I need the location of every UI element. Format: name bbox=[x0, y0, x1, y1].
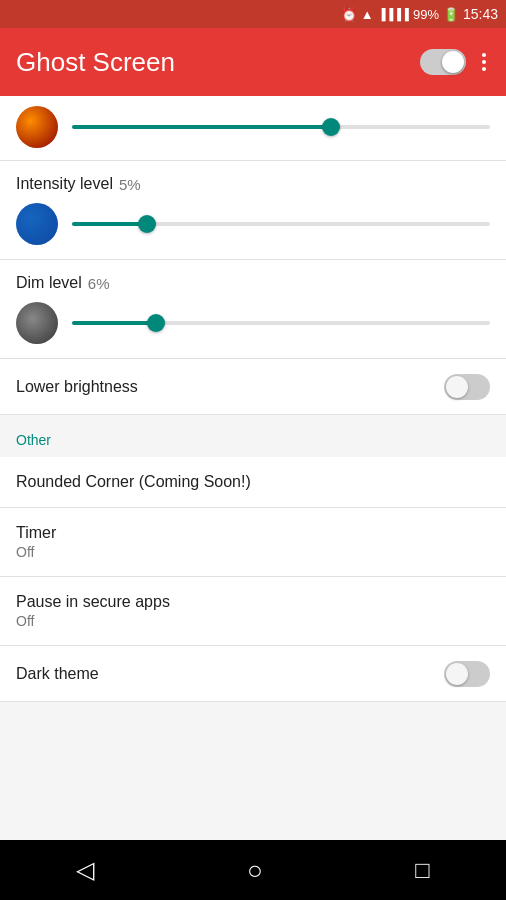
intensity-fill bbox=[72, 222, 147, 226]
dark-theme-row: Dark theme bbox=[0, 646, 506, 702]
pause-secure-item[interactable]: Pause in secure apps Off bbox=[0, 577, 506, 646]
other-header-text: Other bbox=[16, 432, 51, 448]
recent-button[interactable]: □ bbox=[407, 848, 438, 892]
main-toggle-knob bbox=[442, 51, 464, 73]
intensity-avatar bbox=[16, 203, 58, 245]
dark-theme-knob bbox=[446, 663, 468, 685]
pause-secure-subtitle: Off bbox=[16, 613, 490, 629]
dim-thumb[interactable] bbox=[147, 314, 165, 332]
timer-subtitle: Off bbox=[16, 544, 490, 560]
dim-label-row: Dim level 6% bbox=[16, 274, 490, 292]
dim-track-wrap bbox=[72, 321, 490, 325]
status-time: 15:43 bbox=[463, 6, 498, 22]
lower-brightness-label: Lower brightness bbox=[16, 378, 138, 396]
dim-avatar bbox=[16, 302, 58, 344]
dim-value: 6% bbox=[88, 275, 110, 292]
rounded-corner-item[interactable]: Rounded Corner (Coming Soon!) bbox=[0, 457, 506, 508]
bottom-nav: ◁ ○ □ bbox=[0, 840, 506, 900]
more-dot-2 bbox=[482, 60, 486, 64]
back-button[interactable]: ◁ bbox=[68, 848, 102, 892]
intensity-value: 5% bbox=[119, 176, 141, 193]
lower-brightness-toggle[interactable] bbox=[444, 374, 490, 400]
dark-theme-toggle[interactable] bbox=[444, 661, 490, 687]
recent-icon: □ bbox=[415, 856, 430, 884]
more-options-button[interactable] bbox=[478, 49, 490, 75]
dim-fill bbox=[72, 321, 156, 325]
intensity-track bbox=[72, 222, 490, 226]
alarm-icon: ⏰ bbox=[341, 7, 357, 22]
pause-secure-title: Pause in secure apps bbox=[16, 593, 490, 611]
status-bar: ⏰ ▲ ▐▐▐▐ 99% 🔋 15:43 bbox=[0, 0, 506, 28]
intensity-track-wrap bbox=[72, 222, 490, 226]
timer-item[interactable]: Timer Off bbox=[0, 508, 506, 577]
intensity-label: Intensity level bbox=[16, 175, 113, 193]
dim-section: Dim level 6% bbox=[0, 260, 506, 359]
dim-slider-row bbox=[16, 302, 490, 344]
home-button[interactable]: ○ bbox=[239, 847, 271, 894]
lower-brightness-knob bbox=[446, 376, 468, 398]
other-section-header: Other bbox=[0, 415, 506, 457]
battery-label: 99% bbox=[413, 7, 439, 22]
intensity-section: Intensity level 5% bbox=[0, 161, 506, 260]
intensity-label-row: Intensity level 5% bbox=[16, 175, 490, 193]
app-bar-actions bbox=[420, 49, 490, 75]
top-slider-section bbox=[0, 96, 506, 161]
timer-title: Timer bbox=[16, 524, 490, 542]
top-slider-thumb[interactable] bbox=[322, 118, 340, 136]
back-icon: ◁ bbox=[76, 856, 94, 884]
wifi-icon: ▲ bbox=[361, 7, 374, 22]
dim-label: Dim level bbox=[16, 274, 82, 292]
top-slider-avatar bbox=[16, 106, 58, 148]
content-area: Intensity level 5% Dim level 6% bbox=[0, 96, 506, 702]
top-slider-track-wrap bbox=[72, 125, 490, 129]
dark-theme-label: Dark theme bbox=[16, 665, 99, 683]
intensity-thumb[interactable] bbox=[138, 215, 156, 233]
battery-icon: 🔋 bbox=[443, 7, 459, 22]
top-slider-track bbox=[72, 125, 490, 129]
top-slider-fill bbox=[72, 125, 331, 129]
rounded-corner-title: Rounded Corner (Coming Soon!) bbox=[16, 473, 490, 491]
status-icons: ⏰ ▲ ▐▐▐▐ 99% 🔋 15:43 bbox=[341, 6, 498, 22]
more-dot-1 bbox=[482, 53, 486, 57]
more-dot-3 bbox=[482, 67, 486, 71]
signal-icon: ▐▐▐▐ bbox=[378, 8, 409, 20]
intensity-slider-row bbox=[16, 203, 490, 245]
dim-track bbox=[72, 321, 490, 325]
lower-brightness-row: Lower brightness bbox=[0, 359, 506, 415]
app-title: Ghost Screen bbox=[16, 47, 175, 78]
home-icon: ○ bbox=[247, 855, 263, 886]
app-bar: Ghost Screen bbox=[0, 28, 506, 96]
main-toggle[interactable] bbox=[420, 49, 466, 75]
